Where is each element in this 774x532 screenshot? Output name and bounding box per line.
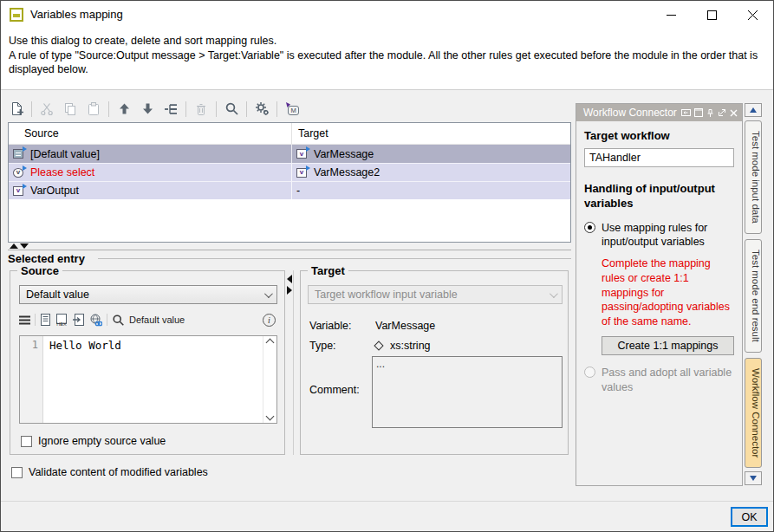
scroll-up-icon[interactable]: [266, 339, 275, 347]
radio-selected-icon[interactable]: [584, 222, 595, 233]
search-scope-label: Default value: [129, 315, 185, 325]
triangle-down-icon: [750, 476, 757, 481]
pin-icon[interactable]: [706, 108, 714, 118]
variable-label: Variable:: [309, 320, 370, 332]
paste-icon[interactable]: [85, 100, 102, 119]
editor-scrollbar[interactable]: [263, 336, 276, 423]
description-line-2: A rule of type "Source:Output message > …: [9, 49, 765, 77]
svg-text:HEX: HEX: [56, 321, 67, 327]
column-header-target[interactable]: Target: [292, 123, 570, 144]
menu-icon[interactable]: [19, 315, 30, 325]
editor-line-number: 1: [20, 336, 43, 423]
source-type-select[interactable]: Default value: [19, 285, 277, 304]
search-icon[interactable]: [112, 314, 125, 327]
ignore-empty-checkbox-row: Ignore empty source value: [21, 435, 166, 447]
tab-test-mode-end-result[interactable]: Test mode end result: [745, 239, 762, 353]
toolbar-separator: [246, 101, 247, 117]
validate-checkbox-row: Validate content of modified variables: [11, 466, 208, 478]
maximize-panel-icon[interactable]: [694, 108, 703, 117]
tabs-scroll-down-button[interactable]: [745, 471, 762, 485]
default-value-icon: [13, 148, 25, 159]
toolbar-separator: [108, 101, 109, 117]
splitter-collapse-left-icon[interactable]: [287, 275, 292, 283]
module-mapping-icon[interactable]: M: [283, 100, 301, 119]
column-header-source[interactable]: Source: [9, 123, 292, 144]
dialog-description: Use this dialog to create, delete and so…: [1, 29, 773, 90]
rule-target: VarMessage2: [314, 166, 380, 178]
ignore-empty-checkbox[interactable]: [21, 436, 32, 447]
link-icon[interactable]: [89, 314, 102, 327]
float-icon[interactable]: [718, 108, 726, 117]
vertical-splitter[interactable]: [287, 275, 292, 295]
new-rule-icon[interactable]: [8, 100, 25, 119]
search-icon[interactable]: [223, 100, 240, 119]
pass-adopt-option[interactable]: Pass and adopt all variable values: [584, 366, 734, 394]
table-row[interactable]: [Default value] v VarMessage: [9, 145, 570, 163]
hex-view-icon[interactable]: HEX: [55, 314, 68, 327]
toolbar-separator: [185, 101, 186, 117]
variable-icon: v: [296, 167, 309, 178]
toolbar-separator: [216, 101, 217, 117]
source-value-editor: 1 Hello World: [19, 335, 277, 424]
source-type-value: Default value: [26, 289, 89, 301]
panel-title: Workflow Connector: [583, 107, 677, 119]
mapping-rules-table: Source Target [Default value] v VarMessa…: [8, 122, 571, 243]
splitter-collapse-right-icon[interactable]: [287, 286, 292, 295]
maximize-button[interactable]: [692, 1, 732, 29]
use-mapping-rules-option[interactable]: Use mapping rules for input/output varia…: [584, 221, 734, 250]
table-row[interactable]: v Please select v VarMessage2: [9, 163, 570, 181]
rule-target: -: [296, 185, 300, 197]
splitter-collapse-up-icon[interactable]: [10, 243, 18, 249]
insert-sub-rule-icon[interactable]: [162, 100, 179, 119]
target-type-select[interactable]: Target workflow input variable: [308, 285, 563, 304]
variable-out-icon: v: [13, 185, 25, 197]
settings-icon[interactable]: [253, 100, 270, 119]
validate-label: Validate content of modified variables: [29, 466, 208, 478]
variable-row: Variable: VarMessage: [309, 320, 435, 332]
workflow-connector-panel: Workflow Connector Target workflow Handl…: [576, 103, 743, 486]
variables-mapping-dialog: Variables mapping Use this dialog to cre…: [0, 0, 774, 532]
tab-workflow-connector[interactable]: Workflow Connector: [745, 358, 762, 468]
use-mapping-rules-label: Use mapping rules for input/output varia…: [602, 221, 734, 250]
move-up-icon[interactable]: [115, 100, 133, 119]
source-groupbox: Source Default value HEX Default value i…: [10, 270, 285, 455]
target-workflow-input[interactable]: [584, 148, 734, 167]
toolbar-separator: [107, 314, 107, 326]
cut-icon[interactable]: [38, 100, 55, 119]
horizontal-splitter[interactable]: [10, 243, 29, 249]
type-label: Type:: [309, 340, 370, 352]
info-icon[interactable]: i: [263, 314, 276, 327]
scroll-down-icon[interactable]: [266, 412, 275, 421]
vertical-splitter-line[interactable]: [293, 270, 294, 455]
source-legend: Source: [17, 264, 62, 277]
move-down-icon[interactable]: [139, 100, 156, 119]
rule-source: [Default value]: [30, 148, 100, 160]
table-row[interactable]: v VarOutput -: [9, 181, 570, 199]
create-mappings-button[interactable]: Create 1:1 mappings: [602, 336, 734, 355]
target-legend: Target: [308, 264, 348, 277]
validate-checkbox[interactable]: [11, 467, 23, 478]
editor-content[interactable]: Hello World: [43, 336, 263, 423]
target-type-value: Target workflow input variable: [315, 289, 458, 301]
copy-icon[interactable]: [62, 100, 79, 119]
dock-icon[interactable]: [681, 108, 691, 117]
minimize-button[interactable]: [651, 1, 692, 29]
ok-button[interactable]: OK: [731, 507, 768, 527]
target-groupbox: Target Target workflow input variable Va…: [300, 270, 569, 455]
radio-disabled-icon[interactable]: [584, 367, 595, 378]
splitter-collapse-down-icon[interactable]: [20, 243, 29, 249]
tabs-scroll-up-button[interactable]: [745, 103, 762, 117]
splitter-line[interactable]: [8, 250, 571, 250]
title-bar: Variables mapping: [1, 1, 773, 29]
comment-box: ...: [372, 356, 563, 428]
delete-icon[interactable]: [192, 100, 210, 119]
close-button[interactable]: [732, 1, 773, 29]
mapping-warning-text: Complete the mapping rules or create 1:1…: [602, 256, 733, 328]
output-message-icon: v: [13, 167, 25, 178]
close-panel-icon[interactable]: [730, 109, 738, 117]
text-view-icon[interactable]: [40, 314, 51, 327]
tab-test-mode-input-data[interactable]: Test mode input data: [745, 120, 762, 234]
toolbar-separator: [35, 314, 36, 326]
load-file-icon[interactable]: [73, 314, 85, 327]
window-title: Variables mapping: [30, 8, 123, 21]
